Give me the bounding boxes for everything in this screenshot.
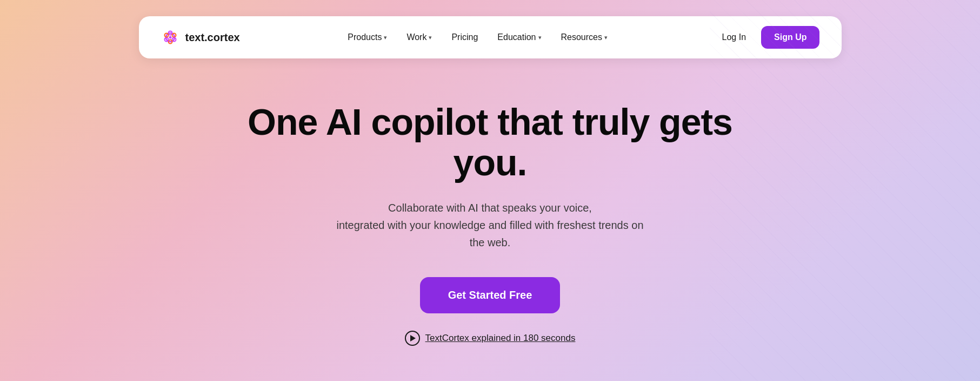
nav-resources[interactable]: Resources ▾: [554, 28, 615, 47]
work-chevron-icon: ▾: [429, 34, 432, 41]
hero-section: One AI copilot that truly gets you. Coll…: [0, 58, 980, 346]
navbar: text.cortex Products ▾ Work ▾ Pricing Ed…: [139, 16, 842, 58]
nav-resources-label: Resources: [561, 32, 602, 42]
nav-work-label: Work: [406, 32, 426, 42]
get-started-button[interactable]: Get Started Free: [420, 277, 561, 313]
education-chevron-icon: ▾: [538, 34, 542, 41]
nav-pricing[interactable]: Pricing: [444, 28, 485, 47]
nav-products[interactable]: Products ▾: [340, 28, 395, 47]
nav-auth: Log In Sign Up: [716, 26, 820, 49]
navbar-wrapper: text.cortex Products ▾ Work ▾ Pricing Ed…: [0, 0, 980, 58]
signup-button[interactable]: Sign Up: [761, 26, 819, 49]
nav-links: Products ▾ Work ▾ Pricing Education ▾ Re…: [340, 28, 615, 47]
logo-icon: [161, 28, 180, 47]
nav-work[interactable]: Work ▾: [399, 28, 439, 47]
logo-link[interactable]: text.cortex: [161, 28, 240, 47]
nav-products-label: Products: [348, 32, 382, 42]
svg-point-7: [169, 36, 171, 39]
video-link[interactable]: TextCortex explained in 180 seconds: [405, 331, 576, 346]
nav-education-label: Education: [497, 32, 536, 42]
brand-name: text.cortex: [185, 31, 240, 44]
login-button[interactable]: Log In: [716, 28, 752, 47]
hero-title: One AI copilot that truly gets you.: [247, 102, 734, 183]
hero-subtitle: Collaborate with AI that speaks your voi…: [328, 199, 652, 251]
nav-pricing-label: Pricing: [451, 32, 478, 42]
hero-subtitle-line1: Collaborate with AI that speaks your voi…: [388, 202, 592, 214]
video-link-label: TextCortex explained in 180 seconds: [425, 333, 576, 344]
resources-chevron-icon: ▾: [604, 34, 608, 41]
hero-subtitle-line2: integrated with your knowledge and fille…: [336, 219, 643, 248]
play-button-icon: [405, 331, 420, 346]
play-triangle-icon: [410, 335, 416, 341]
products-chevron-icon: ▾: [384, 34, 387, 41]
nav-education[interactable]: Education ▾: [490, 28, 549, 47]
